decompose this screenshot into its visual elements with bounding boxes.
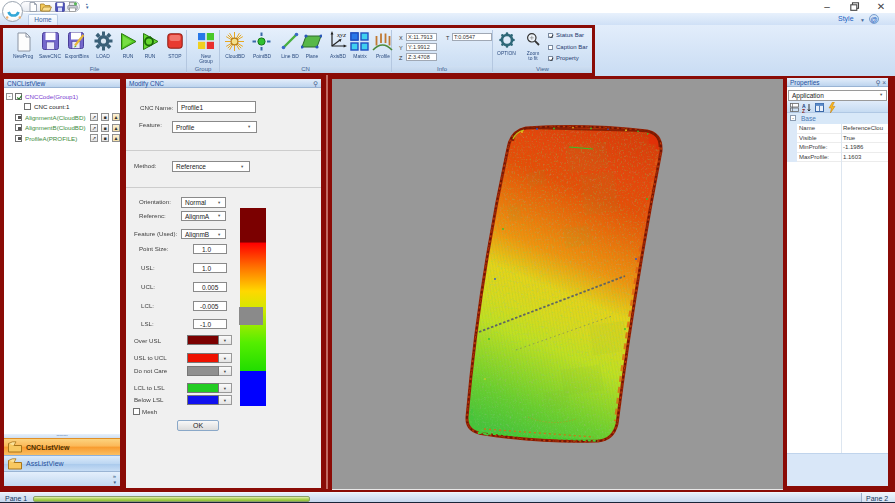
svg-text:xyz: xyz (336, 31, 346, 39)
svg-text:Z: Z (802, 107, 805, 113)
